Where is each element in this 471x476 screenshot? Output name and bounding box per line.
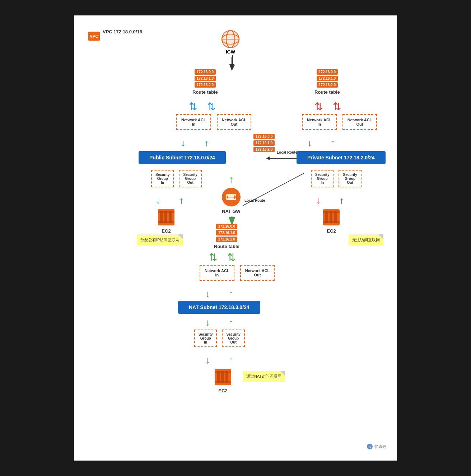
blue-down-ec2-left: ↓ (156, 195, 160, 206)
svg-rect-25 (158, 221, 174, 223)
svg-marker-3 (266, 157, 270, 160)
nacl-tl-out-line2: Out (222, 122, 247, 126)
nat-subnet-label: NAT Subnet 172.18.3.0/24 (178, 301, 260, 314)
route-tag-2: 172.16.1.0 (195, 76, 216, 81)
ec2-left-label: EC2 (162, 228, 171, 234)
red-down-ec2-right: ↓ (316, 195, 321, 206)
green-up-sg-nat: ↑ (229, 317, 233, 328)
nacl-top-left-in: Network ACL In (176, 114, 211, 130)
vpc-icon: VPC (88, 29, 101, 42)
rt-right-tag-3: 172.16.2.0 (317, 82, 338, 88)
nat-gw-label: NAT GW (222, 209, 241, 214)
arrows-below-right-nacl: ↓ ↑ (307, 137, 335, 149)
nacl-nat-row: Network ACL In Network ACL Out (200, 265, 275, 281)
watermark-area: 云 亿速云 (367, 443, 386, 450)
route-tags-top-right: 172.16.0.0 172.16.1.0 172.16.2.0 (317, 69, 338, 88)
svg-rect-31 (323, 221, 340, 223)
blue-down-left: ↓ (181, 137, 186, 149)
note-left: 分配公有IP访问互联网 (137, 234, 183, 246)
green-down-ec2-nat: ↓ (205, 355, 210, 366)
green-arrows-row: ⇅ ⇅ (209, 252, 236, 262)
route-table-top-right-label: Route table (314, 89, 340, 95)
route-tag-1: 172.16.0.0 (195, 69, 216, 75)
sg-nat-row: Security Group In Security Group Out (194, 330, 245, 347)
local-route-top: Local Route (277, 150, 297, 154)
ec2-right-label: EC2 (327, 228, 336, 234)
nacl-top-left-row: Network ACL In Network ACL Out (176, 114, 251, 130)
nacl-tl-in-line1: Network ACL (181, 118, 206, 122)
svg-rect-37 (215, 381, 231, 383)
sg-nat-in: Security Group In (194, 330, 217, 347)
svg-text:VPC: VPC (90, 34, 99, 38)
route-tags-top-left: 172.16.0.0 172.16.1.0 172.16.2.0 (195, 69, 216, 88)
nacl-nat-out: Network ACL Out (240, 265, 275, 281)
nacl-tl-out-line1: Network ACL (222, 118, 247, 122)
ec2-right-icon (322, 207, 341, 227)
red-arrows-row: ⇅ ⇅ (314, 102, 341, 112)
ec2-nat-group: EC2 (213, 367, 233, 393)
note-right: 无法访问互联网 (349, 234, 383, 246)
nat-gw-icon (221, 187, 241, 207)
red-dbl-arrow-1: ⇅ (314, 102, 323, 112)
vpc-label: VPC 172.18.0.0/16 (103, 29, 142, 35)
arrows-below-sg-nat: ↓ ↑ (205, 355, 233, 366)
green-up-ec2-nat: ↑ (229, 355, 233, 366)
svg-rect-36 (215, 371, 231, 373)
route-table-top-left: 172.16.0.0 172.16.1.0 172.16.2.0 Route t… (192, 69, 218, 95)
blue-up-ec2-left: ↑ (179, 195, 184, 206)
private-subnet-label: Private Subnet 172.18.2.0/24 (297, 151, 386, 164)
ec2-left-icon (157, 207, 176, 227)
route-tag-3: 172.16.2.0 (195, 82, 216, 88)
sg-right-out: Security Group Out (339, 170, 361, 187)
igw-label: IGW (226, 49, 235, 55)
igw-icon (221, 30, 240, 48)
igw-down-arrow (229, 55, 236, 71)
arrows-below-sg-left: ↓ ↑ (156, 195, 184, 206)
rt-right-tag-1: 172.16.0.0 (317, 69, 338, 75)
public-subnet: Public Subnet 172.18.0.0/24 (139, 151, 226, 164)
route-table-top-right: 172.16.0.0 172.16.1.0 172.16.2.0 Route t… (314, 69, 340, 95)
public-subnet-label: Public Subnet 172.18.0.0/24 (139, 151, 226, 164)
arrows-below-sg-right: ↓ ↑ (316, 195, 344, 206)
red-dbl-arrow-2: ⇅ (333, 102, 341, 112)
ec2-nat-icon (213, 367, 233, 387)
green-down-sg-nat: ↓ (205, 317, 210, 328)
svg-marker-14 (230, 65, 235, 69)
blue-arrows-row: ⇅ ⇅ (189, 102, 215, 112)
svg-rect-24 (158, 211, 174, 213)
sg-left-in: Security Group In (151, 170, 174, 187)
red-down-right: ↓ (307, 137, 312, 149)
sg-right-in: Security Group In (311, 170, 334, 187)
arrows-below-nat-subnet: ↓ ↑ (205, 317, 233, 328)
nacl-top-right-in: Network ACL In (302, 114, 337, 130)
red-up-right: ↑ (331, 137, 335, 149)
nacl-tl-in-line2: In (181, 122, 206, 126)
sg-left-row: Security Group In Security Group Out (151, 170, 202, 187)
watermark-icon: 云 (367, 443, 373, 450)
watermark-text: 亿速云 (374, 444, 386, 449)
route-table-nat: 172.16.0.0 172.16.1.0 172.16.2.0 Route t… (214, 224, 239, 249)
nacl-tr-out-line1: Network ACL (348, 118, 372, 122)
ec2-right-group: EC2 (322, 207, 341, 234)
note-right-text: 无法访问互联网 (349, 234, 383, 246)
red-up-ec2-right: ↑ (339, 195, 344, 206)
note-nat: 通过NAT访问互联网 (243, 371, 285, 382)
ec2-nat-label: EC2 (218, 388, 227, 393)
private-subnet: Private Subnet 172.18.2.0/24 (297, 151, 386, 164)
arrows-below-nat-nacl: ↓ ↑ (205, 288, 233, 299)
sg-nat-out: Security Group Out (222, 330, 244, 347)
blue-up-left: ↑ (204, 137, 209, 149)
green-up-nat: ↑ (229, 173, 234, 186)
igw-group: IGW (221, 30, 240, 55)
svg-rect-30 (323, 211, 340, 213)
route-table-nat-label: Route table (214, 244, 239, 249)
svg-text:云: 云 (368, 445, 371, 449)
note-left-text: 分配公有IP访问互联网 (137, 234, 183, 246)
blue-dbl-arrow-2: ⇅ (207, 102, 215, 112)
rt-right-tag-2: 172.16.1.0 (317, 76, 338, 81)
green-dbl-arrow-2: ⇅ (227, 252, 236, 262)
ec2-left-group: EC2 (157, 207, 176, 234)
nacl-top-right-row: Network ACL In Network ACL Out (302, 114, 377, 130)
local-route-bottom: Local Route (244, 199, 265, 202)
green-dbl-arrow-1: ⇅ (209, 252, 217, 262)
